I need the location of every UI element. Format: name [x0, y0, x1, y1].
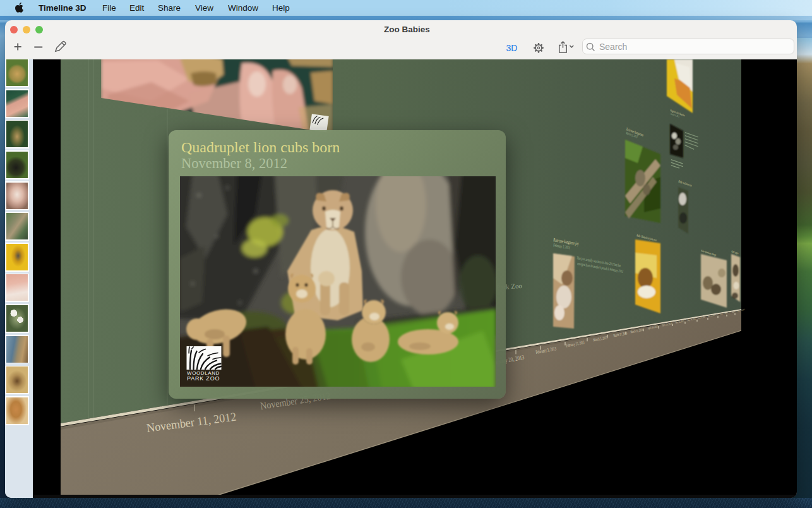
svg-text:PARK ZOO: PARK ZOO: [187, 375, 220, 382]
